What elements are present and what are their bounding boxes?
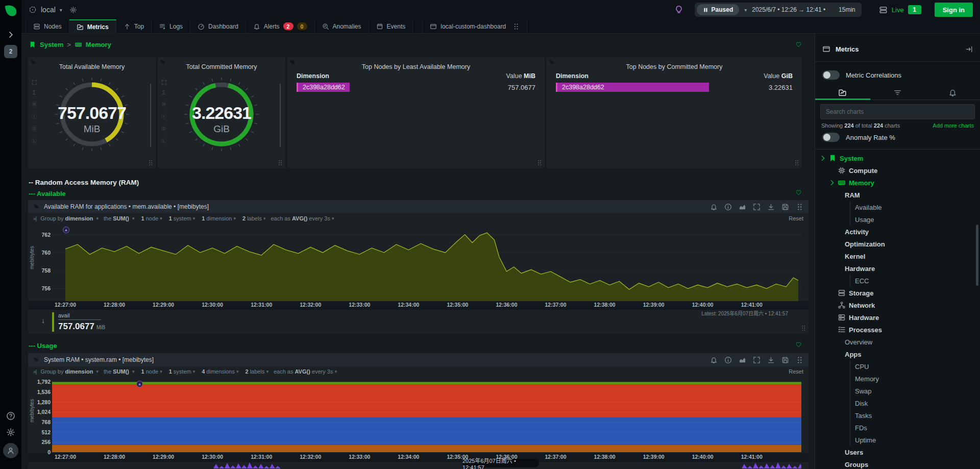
tree-item-users[interactable]: Users [815,446,980,458]
toolbar-item[interactable]: each as AVG() every 3s▾ [274,368,337,375]
dimension-header[interactable]: Dimension [556,72,589,80]
drag-handle-icon[interactable] [796,356,803,364]
space-settings-icon[interactable] [69,6,77,14]
tab-metrics[interactable]: Metrics [69,19,116,33]
download-icon[interactable] [767,356,775,364]
available-chart-plot[interactable] [52,226,801,301]
drag-handle-icon[interactable] [278,160,283,166]
chart-type-icon[interactable] [739,203,746,211]
toolbar-item[interactable]: 2 labels▾ [244,368,268,375]
toolbar-item[interactable]: Group by dimension▾ [40,368,99,375]
legend-dimension-name[interactable]: avail [58,312,101,320]
time-range-picker[interactable]: Paused ▾ 2025/6/7 • 12:26 → 12:41 • 15mi… [695,3,862,17]
drag-handle-icon[interactable] [148,160,153,166]
tree-item-apps[interactable]: Apps [815,348,980,360]
nodes-icon[interactable] [879,6,888,14]
tree-item-ecc[interactable]: ECC [815,275,980,287]
tab-logs[interactable]: Logs [152,19,190,33]
usage-chart-plot[interactable] [52,380,801,452]
drag-handle-icon[interactable] [801,325,806,331]
tab-charts[interactable] [815,86,870,100]
tree-item-activity[interactable]: Activity [815,226,980,238]
toolbar-item[interactable]: 2 labels▾ [241,215,265,221]
drag-handle-icon[interactable] [537,160,542,166]
dimension-chip[interactable]: 2c398a28dd62 [556,83,709,92]
dimension-chip[interactable]: 2c398a28dd62 [297,83,350,92]
tab-anomalies[interactable]: Anomalies [315,19,369,33]
toolbar-item[interactable]: 4 dimensions▾ [200,368,238,375]
tree-item-system[interactable]: System [815,152,980,164]
favorite-icon[interactable] [795,40,802,48]
resize-rule[interactable] [280,84,281,147]
tree-item-hardware[interactable]: Hardware [815,311,980,324]
tree-item-compute[interactable]: Compute [815,164,980,177]
favorite-icon[interactable] [795,340,802,348]
tree-item-optimization[interactable]: Optimization [815,238,980,250]
chevron-right-icon[interactable] [819,155,826,162]
metric-correlations-toggle[interactable] [822,70,840,80]
tree-item-kernel[interactable]: Kernel [815,250,980,262]
chevron-right-icon[interactable] [828,179,836,186]
add-more-charts-link[interactable]: Add more charts [933,122,974,129]
tab-events[interactable]: Events [369,19,413,33]
tree-item-ram[interactable]: RAM [815,189,980,201]
tab-top[interactable]: Top [116,19,152,33]
fullscreen-icon[interactable] [753,356,761,364]
toolbar-item[interactable]: 1 system▾ [167,215,195,221]
toolbar-item[interactable]: the SUM()▾ [104,368,135,375]
tab-alerts[interactable]: Alerts20 [246,19,315,33]
fullscreen-icon[interactable] [753,203,761,211]
anomaly-marker-icon[interactable]: ▲ [136,381,143,387]
table-row[interactable]: 2c398a28dd62 3.22631 [556,83,793,92]
drag-handle-icon[interactable] [796,203,803,211]
value-header[interactable]: Value [764,72,779,80]
tree-item-processes[interactable]: Processes [815,324,980,336]
info-icon[interactable] [724,203,732,211]
tree-item-uptime[interactable]: Uptime [815,434,980,446]
tree-item-usage[interactable]: Usage [815,213,980,226]
download-icon[interactable] [767,203,775,211]
tree-item-available[interactable]: Available [815,201,980,213]
toolbar-item[interactable]: 1 node▾ [140,215,162,221]
fullscreen-icon[interactable] [161,80,167,85]
expand-rail-icon[interactable] [7,31,15,39]
tree-item-cpu[interactable]: CPU [815,360,980,373]
alerts-icon[interactable] [710,356,718,364]
sign-in-button[interactable]: Sign in [935,3,973,17]
tree-item-storage[interactable]: Storage [815,287,980,299]
collapse-sidebar-icon[interactable] [965,45,973,53]
resize-rule[interactable] [150,84,151,147]
netdata-logo-icon[interactable] [3,3,18,18]
tree-item-groups[interactable]: Groups [815,458,980,469]
paused-button[interactable]: Paused [697,4,740,15]
reset-button[interactable]: Reset [789,368,803,375]
save-icon[interactable] [781,203,789,211]
avatar[interactable] [3,443,18,458]
chevron-down-icon[interactable]: ▾ [744,7,747,13]
breadcrumb-section[interactable]: System [40,41,63,48]
anomaly-marker-icon[interactable]: ▲ [63,227,69,233]
fullscreen-icon[interactable] [32,80,37,85]
space-picker[interactable]: local ▾ [29,6,77,14]
tab-dashboard[interactable]: Dashboard [190,19,246,33]
table-row[interactable]: 2c398a28dd62 757.0677 [297,83,535,92]
chevron-down-icon[interactable]: ▾ [60,7,62,13]
tab-local-custom-dashboard[interactable]: local-custom-dashboard [422,19,527,33]
favorite-icon[interactable] [795,188,802,196]
dimension-header[interactable]: Dimension [297,72,329,80]
search-input[interactable] [820,104,975,119]
tree-item-hardware[interactable]: Hardware [815,262,980,275]
tree-item-disk[interactable]: Disk [815,397,980,409]
help-icon[interactable] [6,411,15,421]
toolbar-item[interactable]: Group by dimension▾ [40,215,99,221]
tab-filters[interactable] [870,86,925,100]
info-icon[interactable] [724,356,732,364]
toolbar-item[interactable]: each as AVG() every 3s▾ [271,215,334,221]
save-icon[interactable] [781,356,789,364]
tree-item-swap[interactable]: Swap [815,385,980,397]
toolbar-item[interactable]: 1 system▾ [167,368,195,375]
tree-item-memory[interactable]: Memory [815,373,980,385]
tree-item-overview[interactable]: Overview [815,336,980,348]
breadcrumb-page[interactable]: Memory [86,41,111,48]
chart-type-icon[interactable] [739,356,746,364]
